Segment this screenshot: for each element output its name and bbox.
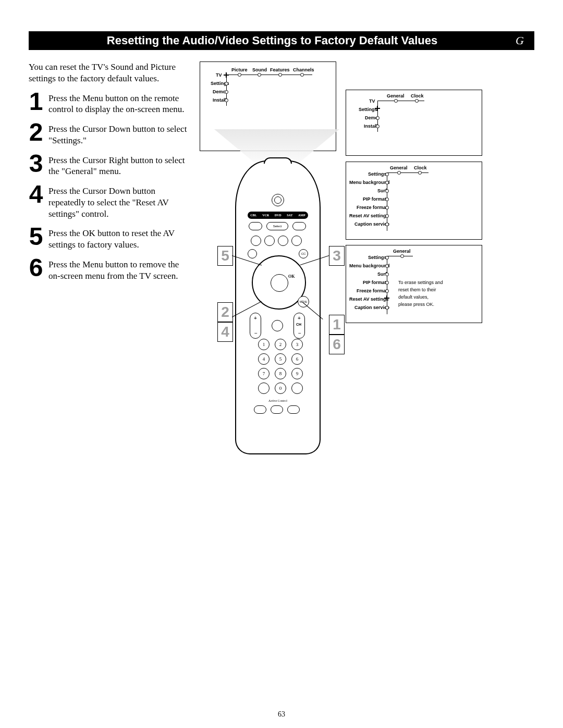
menu-demo: Demo [213, 89, 226, 94]
key-3: 3 [291, 339, 303, 350]
bottom-btn-3 [287, 405, 300, 414]
callout-5: 5 [217, 246, 233, 266]
key-0: 0 [275, 382, 286, 394]
menu-caption: Caption service [354, 305, 389, 310]
reset-msg-line: default values, [398, 294, 429, 300]
step-text: Press the Cursor Down button repeatedly … [48, 184, 190, 219]
back-button [248, 249, 257, 258]
callout-6: 6 [329, 335, 345, 354]
step-number: 3 [29, 154, 43, 178]
step-number: 2 [29, 122, 43, 146]
bottom-btn-2 [271, 405, 283, 414]
key-8: 8 [275, 368, 286, 379]
step-number: 4 [29, 184, 43, 219]
menu-tv: TV [216, 72, 222, 78]
osd-screen-3: General Clock Settings Menu background S… [346, 162, 482, 240]
cursor-icon [224, 72, 229, 78]
menu-settings: Settings [368, 255, 387, 260]
ok-label: OK [288, 274, 295, 279]
key-7: 7 [258, 368, 270, 379]
callout-3: 3 [329, 246, 345, 266]
menu-settings: Settings [368, 171, 387, 177]
menu-reset-av: Reset AV settings [349, 297, 389, 302]
content: You can reset the TV's Sound and Picture… [29, 61, 534, 289]
menu-menu-bg: Menu background [349, 263, 390, 268]
step-1: 1 Press the Menu button on the remote co… [29, 92, 190, 116]
menu-channels: Channels [293, 67, 314, 72]
reset-msg-line: To erase settings and [398, 280, 443, 285]
key-9: 9 [291, 368, 303, 379]
device-selector-bar: CBL VCR DVD SAT AMP [248, 212, 308, 219]
step-2: 2 Press the Cursor Down button to select… [29, 122, 190, 146]
power-icon [274, 196, 282, 204]
page: Resetting the Audio/Video Settings to Fa… [0, 0, 563, 728]
step-text: Press the OK button to reset the AV sett… [48, 227, 190, 251]
menu-tv: TV [369, 98, 375, 104]
remote-diagram: CBL VCR DVD SAT AMP Select CC [230, 161, 324, 452]
cursor-icon [384, 295, 389, 301]
device-cbl: CBL [250, 214, 256, 217]
step-text: Press the Menu button on the remote cont… [48, 92, 190, 116]
step-text: Press the Cursor Right button to select … [48, 154, 190, 178]
key-1: 1 [258, 339, 270, 350]
surround-button [291, 236, 302, 246]
step-number: 6 [29, 258, 43, 282]
title-bar: Resetting the Audio/Video Settings to Fa… [29, 31, 534, 50]
menu-caption: Caption service [354, 221, 389, 227]
menu-general: General [393, 249, 411, 254]
step-text: Press the Cursor Down button to select "… [48, 122, 190, 146]
device-vcr: VCR [262, 214, 269, 217]
volume-rocker: + − [250, 313, 261, 339]
menu-general: General [387, 93, 405, 98]
cc-button: CC [299, 249, 308, 258]
step-text: Press the Menu button to remove the on-s… [48, 258, 190, 282]
step-3: 3 Press the Cursor Right button to selec… [29, 154, 190, 178]
step-number: 5 [29, 227, 43, 251]
active-control-label: Active Control [236, 399, 320, 402]
step-4: 4 Press the Cursor Down button repeatedl… [29, 184, 190, 219]
bottom-btn-1 [254, 405, 266, 414]
power-button [272, 194, 284, 206]
section-letter: G [510, 34, 529, 47]
ok-button [271, 274, 288, 292]
menu-freeze: Freeze format [357, 205, 387, 210]
menu-picture: Picture [231, 67, 248, 72]
step-6: 6 Press the Menu button to remove the on… [29, 258, 190, 282]
ch-label: CH [296, 323, 301, 326]
menu-reset-av: Reset AV settings [349, 213, 389, 218]
page-title: Resetting the Audio/Video Settings to Fa… [34, 34, 510, 47]
callout-2: 2 [217, 302, 233, 322]
callout-4: 4 [217, 322, 233, 342]
menu-pip: PIP format [363, 280, 386, 285]
menu-menu-bg: Menu background [349, 180, 390, 185]
menu-clock: Clock [414, 165, 427, 170]
key-2: 2 [275, 339, 286, 350]
key-6: 6 [291, 353, 303, 365]
mute-2-button [272, 320, 283, 331]
step-number: 1 [29, 92, 43, 116]
key-4: 4 [258, 353, 270, 365]
ir-window [264, 157, 292, 164]
device-sat: SAT [287, 214, 292, 217]
key-alt2 [291, 382, 303, 394]
numeric-keypad: 1 2 3 4 5 6 7 8 9 0 [258, 339, 303, 394]
step-5: 5 Press the OK button to reset the AV se… [29, 227, 190, 251]
menu-general: General [390, 165, 408, 170]
blank-button-2 [278, 236, 288, 246]
steps-list: 1 Press the Menu button on the remote co… [29, 92, 190, 282]
channel-rocker: + CH − [293, 313, 305, 339]
key-alt1 [258, 382, 270, 394]
cursor-icon [375, 106, 380, 111]
intro-text: You can reset the TV's Sound and Picture… [29, 61, 190, 84]
menu-freeze: Freeze format [357, 288, 387, 293]
key-5: 5 [275, 353, 286, 365]
remote-body: CBL VCR DVD SAT AMP Select CC [235, 161, 321, 454]
osd-screen-2: General Clock TV Settings Demo Install [346, 90, 482, 156]
reset-msg-line: please press OK. [398, 302, 434, 307]
menu-features: Features [270, 67, 290, 72]
menu-clock: Clock [411, 93, 424, 98]
prev-button [249, 222, 262, 230]
callout-1: 1 [329, 315, 345, 335]
blank-button-1 [264, 236, 275, 246]
menu-sound: Sound [252, 67, 267, 72]
